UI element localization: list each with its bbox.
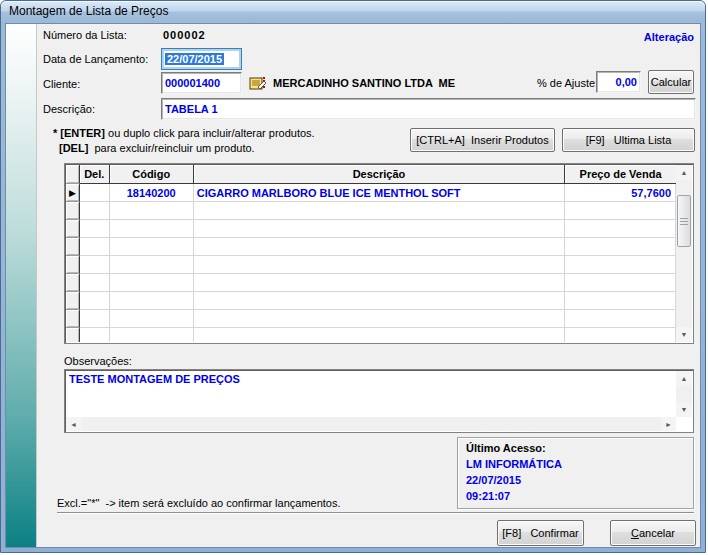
empty-cell <box>66 292 80 310</box>
table-row-empty[interactable] <box>66 292 676 310</box>
scroll-up-icon[interactable]: ▲ <box>676 165 692 180</box>
grid-header-codigo: Código <box>110 165 194 184</box>
data-lancamento-label: Data de Lançamento: <box>43 53 148 65</box>
cell-preco[interactable]: 57,7600 <box>565 184 676 202</box>
empty-cell <box>80 292 110 310</box>
empty-cell <box>194 220 565 238</box>
scroll-left-icon[interactable]: ◄ <box>66 417 81 431</box>
cliente-lookup-book-icon[interactable] <box>249 74 267 92</box>
instruction-line-2: [DEL] para excluir/reincluir um produto. <box>59 142 255 154</box>
app-window: Montagem de Lista de Preços Número da Li… <box>0 0 706 553</box>
descricao-value: TABELA 1 <box>165 103 218 115</box>
grid-scrollbar-thumb[interactable] <box>677 195 691 247</box>
instruction-del-key: [DEL] <box>59 142 88 154</box>
cliente-code-input[interactable]: 000001400 <box>161 72 242 94</box>
grid-header-indicator <box>66 165 80 184</box>
form-client-area: Número da Lista: 000002 Alteração Data d… <box>5 23 701 548</box>
cancelar-accelerator: C <box>631 527 639 539</box>
cancelar-button[interactable]: Cancelar <box>610 520 696 546</box>
confirmar-button-label: [F8] Confirmar <box>502 527 578 539</box>
decorative-gradient-strip <box>6 24 37 547</box>
cancelar-button-label: Cancelar <box>631 527 675 539</box>
empty-cell <box>66 274 80 292</box>
grid-header-descricao: Descrição <box>194 165 565 184</box>
empty-cell <box>110 220 194 238</box>
ultimo-acesso-time: 09:21:07 <box>466 490 510 502</box>
table-row-empty[interactable] <box>66 256 676 274</box>
descricao-input[interactable]: TABELA 1 <box>161 98 696 120</box>
inserir-produtos-button[interactable]: [CTRL+A] Inserir Produtos <box>410 128 555 152</box>
grid-vertical-scrollbar[interactable]: ▲ ▼ <box>676 165 692 342</box>
empty-cell <box>110 292 194 310</box>
cliente-label: Cliente: <box>43 78 80 90</box>
table-row-empty[interactable] <box>66 220 676 238</box>
grid-header-preco: Preço de Venda <box>565 165 676 184</box>
scrollbar-grip <box>680 218 688 225</box>
mode-badge: Alteração <box>644 31 694 43</box>
memo-vertical-scrollbar[interactable]: ▲ ▼ <box>676 371 692 417</box>
instruction-line-1-text: ou duplo click para incluir/alterar prod… <box>105 127 315 139</box>
memo-horizontal-scrollbar[interactable]: ◄ ► <box>66 417 676 431</box>
table-row-empty[interactable] <box>66 328 676 342</box>
empty-cell <box>110 274 194 292</box>
empty-cell <box>110 202 194 220</box>
empty-cell <box>80 238 110 256</box>
empty-cell <box>565 220 676 238</box>
empty-cell <box>194 292 565 310</box>
cliente-code-value: 000001400 <box>165 77 220 89</box>
ultima-lista-button[interactable]: [F9] Ultima Lista <box>562 128 695 152</box>
empty-cell <box>110 238 194 256</box>
empty-cell <box>565 310 676 328</box>
footer-divider <box>57 512 694 514</box>
observacoes-label: Observações: <box>64 355 132 367</box>
title-bar[interactable]: Montagem de Lista de Preços <box>1 1 705 22</box>
empty-cell <box>194 256 565 274</box>
empty-cell <box>66 256 80 274</box>
ultimo-acesso-panel: Último Acesso: LM INFORMÁTICA 22/07/2015… <box>457 437 694 509</box>
table-row-empty[interactable] <box>66 202 676 220</box>
products-grid-body: Del. Código Descrição Preço de Venda ▶ 1… <box>66 165 676 342</box>
empty-cell <box>565 256 676 274</box>
data-lancamento-input[interactable]: 22/07/2015 <box>161 48 242 70</box>
empty-cell <box>66 238 80 256</box>
ultimo-acesso-user: LM INFORMÁTICA <box>466 458 562 470</box>
confirmar-button[interactable]: [F8] Confirmar <box>497 520 584 546</box>
ajuste-value: 0,00 <box>616 76 637 88</box>
cancelar-rest: ancelar <box>639 527 675 539</box>
cell-descricao[interactable]: CIGARRO MARLBORO BLUE ICE MENTHOL SOFT <box>194 184 565 202</box>
empty-cell <box>80 310 110 328</box>
empty-cell <box>80 202 110 220</box>
calcular-button[interactable]: Calcular <box>648 70 694 94</box>
empty-cell <box>565 292 676 310</box>
excl-note: Excl.="*" -> item será excluído ao confi… <box>57 497 341 509</box>
cell-codigo[interactable]: 18140200 <box>110 184 194 202</box>
table-row-empty[interactable] <box>66 238 676 256</box>
cell-del[interactable] <box>80 184 110 202</box>
grid-header-row: Del. Código Descrição Preço de Venda <box>66 165 676 184</box>
inserir-produtos-label: [CTRL+A] Inserir Produtos <box>416 134 548 146</box>
empty-cell <box>110 328 194 342</box>
ajuste-input[interactable]: 0,00 <box>596 71 641 93</box>
empty-cell <box>66 220 80 238</box>
table-row-empty[interactable] <box>66 310 676 328</box>
empty-cell <box>66 310 80 328</box>
numero-lista-label: Número da Lista: <box>43 29 127 41</box>
observacoes-value: TESTE MONTAGEM DE PREÇOS <box>69 373 673 385</box>
observacoes-memo[interactable]: TESTE MONTAGEM DE PREÇOS ▲ ▼ ◄ ► <box>64 369 694 433</box>
table-row-empty[interactable] <box>66 274 676 292</box>
products-grid: Del. Código Descrição Preço de Venda ▶ 1… <box>64 163 694 344</box>
ajuste-label: % de Ajuste: <box>537 77 598 89</box>
table-row-selected[interactable]: ▶ 18140200 CIGARRO MARLBORO BLUE ICE MEN… <box>66 184 676 202</box>
empty-cell <box>565 238 676 256</box>
scroll-down-icon[interactable]: ▼ <box>676 402 692 417</box>
instruction-enter-key: * [ENTER] <box>53 127 105 139</box>
grid-header-del: Del. <box>80 165 110 184</box>
scroll-down-icon[interactable]: ▼ <box>676 327 692 342</box>
window-title: Montagem de Lista de Preços <box>9 4 168 18</box>
empty-cell <box>194 274 565 292</box>
scroll-up-icon[interactable]: ▲ <box>676 371 692 386</box>
ultimo-acesso-date: 22/07/2015 <box>466 474 521 486</box>
scroll-right-icon[interactable]: ► <box>661 417 676 431</box>
empty-cell <box>80 256 110 274</box>
empty-cell <box>80 220 110 238</box>
